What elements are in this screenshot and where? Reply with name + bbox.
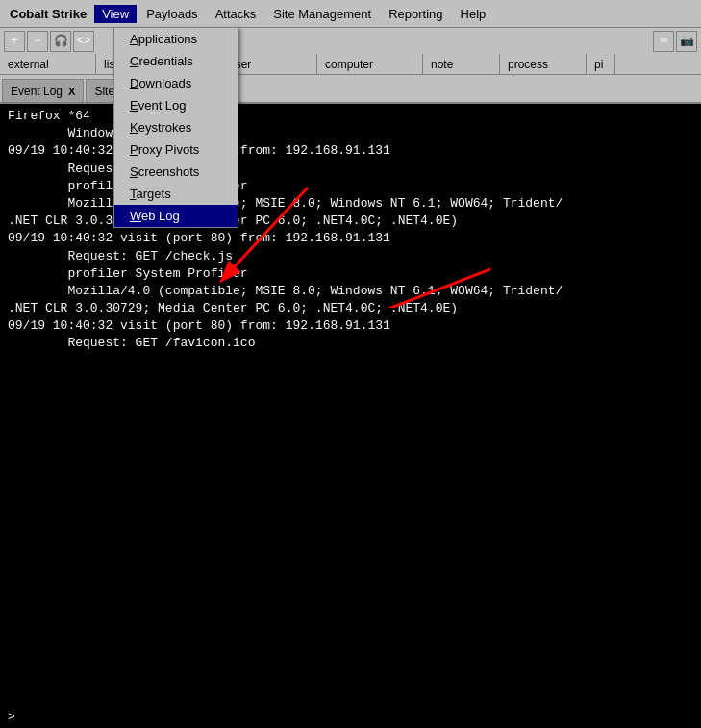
log-line-17: Request: GET /favicon.ico xyxy=(8,335,693,352)
tab-event-log-close[interactable]: X xyxy=(68,86,75,97)
tabs-bar: Event Log X Sites X Web Log X xyxy=(0,75,701,104)
menu-proxy-pivots[interactable]: Proxy Pivots xyxy=(114,138,238,161)
tab-event-log[interactable]: Event Log X xyxy=(2,79,84,102)
col-computer: computer xyxy=(317,54,423,74)
menu-reporting[interactable]: Reporting xyxy=(381,5,450,23)
col-pi: pi xyxy=(587,54,615,74)
col-note: note xyxy=(423,54,500,74)
log-line-13: Mozilla/4.0 (compatible; MSIE 8.0; Windo… xyxy=(8,283,693,300)
menu-event-log[interactable]: Event Log xyxy=(114,94,238,116)
view-dropdown: Applications Credentials Downloads Event… xyxy=(113,27,238,228)
log-line-6: profiler System Profiler xyxy=(8,178,693,195)
log-line-16: 09/19 10:40:32 visit (port 80) from: 192… xyxy=(8,317,693,335)
menu-payloads[interactable]: Payloads xyxy=(138,5,205,23)
log-content: Firefox *64 Windows 7 *64 09/19 10:40:32… xyxy=(0,104,701,706)
log-line-5: Request: GET /test xyxy=(8,161,693,178)
menu-screenshots[interactable]: Screenshots xyxy=(114,161,238,183)
log-line-2: Windows 7 *64 xyxy=(8,125,693,142)
log-line-14: .NET CLR 3.0.30729; Media Center PC 6.0;… xyxy=(8,300,693,317)
toolbar-btn-share[interactable]: <> xyxy=(73,31,94,52)
log-line-10: 09/19 10:40:32 visit (port 80) from: 192… xyxy=(8,230,693,247)
menu-help[interactable]: Help xyxy=(453,5,494,23)
main-content-area: Firefox *64 Windows 7 *64 09/19 10:40:32… xyxy=(0,104,701,728)
log-line-12: profiler System Profiler xyxy=(8,265,693,283)
log-line-4: 09/19 10:40:32 visit (port 80) from: 192… xyxy=(8,142,693,160)
toolbar: + − 🎧 <> ⌨ 📷 xyxy=(0,27,701,54)
menu-applications[interactable]: Applications xyxy=(114,28,238,50)
toolbar-btn-2[interactable]: − xyxy=(27,31,48,52)
menu-site-management[interactable]: Site Management xyxy=(265,5,379,23)
toolbar-btn-1[interactable]: + xyxy=(4,31,25,52)
log-line-7: Mozilla/4.0 (compatible; MSIE 8.0; Windo… xyxy=(8,195,693,213)
toolbar-btn-camera[interactable]: 📷 xyxy=(676,31,697,52)
menu-downloads[interactable]: Downloads xyxy=(114,72,238,94)
table-header: external listener user computer note pro… xyxy=(0,54,701,75)
menu-credentials[interactable]: Credentials xyxy=(114,50,238,72)
menu-web-log[interactable]: Web Log xyxy=(114,205,238,227)
app-brand: Cobalt Strike xyxy=(4,5,92,23)
menu-targets[interactable]: Targets xyxy=(114,183,238,205)
log-line-11: Request: GET /check.js xyxy=(8,248,693,265)
col-external: external xyxy=(0,54,96,74)
menu-keystrokes[interactable]: Keystrokes xyxy=(114,116,238,138)
col-process: process xyxy=(500,54,587,74)
toolbar-btn-keyboard[interactable]: ⌨ xyxy=(653,31,674,52)
toolbar-btn-headphones[interactable]: 🎧 xyxy=(50,31,71,52)
cursor-prompt: > xyxy=(8,710,15,724)
log-line-1: Firefox *64 xyxy=(8,108,693,125)
log-line-8: .NET CLR 3.0.30729; Media Center PC 6.0;… xyxy=(8,213,693,230)
tab-event-log-label: Event Log xyxy=(11,85,63,98)
cursor-line: > xyxy=(0,706,701,728)
menu-view[interactable]: View xyxy=(94,5,137,23)
menubar: Cobalt Strike View Payloads Attacks Site… xyxy=(0,0,701,27)
menu-attacks[interactable]: Attacks xyxy=(208,5,264,23)
